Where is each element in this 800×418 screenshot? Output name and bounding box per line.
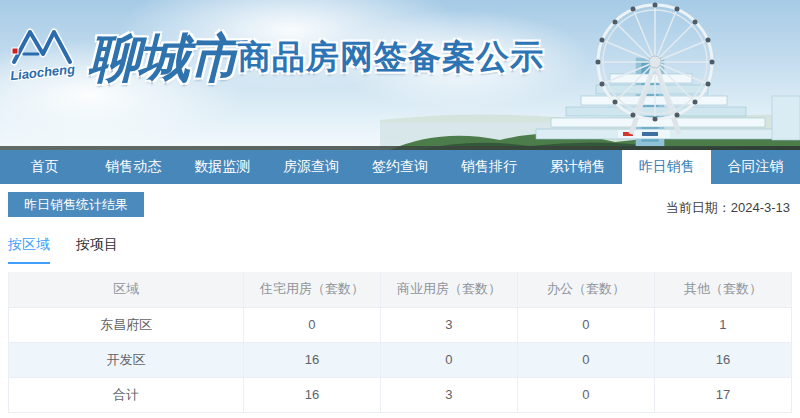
column-header: 办公（套数） [517,272,654,307]
nav-cumulative-sales[interactable]: 累计销售 [533,150,622,184]
main-navbar: 首页销售动态数据监测房源查询签约查询销售排行累计销售昨日销售合同注销 [0,150,800,184]
table-row: 东昌府区0301 [9,307,792,342]
value-cell: 0 [517,342,654,377]
value-cell: 0 [517,307,654,342]
value-cell: 16 [243,342,380,377]
column-header: 住宅用房（套数） [243,272,380,307]
column-header: 商业用房（套数） [380,272,517,307]
value-cell: 1 [654,307,791,342]
column-header: 区域 [9,272,244,307]
value-cell: 3 [380,307,517,342]
nav-sales-ranking[interactable]: 销售排行 [444,150,533,184]
city-name-calligraphy: 聊城市 [88,29,238,87]
page-title: 商品房网签备案公示 [238,38,544,75]
value-cell: 3 [380,377,517,412]
nav-contract-search[interactable]: 签约查询 [356,150,445,184]
nav-listing-search[interactable]: 房源查询 [267,150,356,184]
region-cell: 合计 [9,377,244,412]
site-logo: Liaocheng [10,24,90,79]
nav-home[interactable]: 首页 [0,150,89,184]
site-title-group: 聊城市商品房网签备案公示 [88,24,544,94]
section-header: 昨日销售统计结果 当前日期：2024-3-13 [0,184,800,220]
nav-sales-activity[interactable]: 销售动态 [89,150,178,184]
region-cell: 东昌府区 [9,307,244,342]
value-cell: 16 [654,342,791,377]
current-date: 当前日期：2024-3-13 [666,199,790,217]
tab-by-project[interactable]: 按项目 [76,236,118,264]
nav-contract-cancel[interactable]: 合同注销 [711,150,800,184]
region-cell: 开发区 [9,342,244,377]
tab-by-region[interactable]: 按区域 [8,236,50,264]
table-header-row: 区域住宅用房（套数）商业用房（套数）办公（套数）其他（套数） [9,272,792,307]
sales-statistics-table: 区域住宅用房（套数）商业用房（套数）办公（套数）其他（套数） 东昌府区0301开… [8,272,792,413]
table-row: 合计163017 [9,377,792,412]
value-cell: 17 [654,377,791,412]
nav-yesterday-sales[interactable]: 昨日销售 [622,150,711,184]
value-cell: 0 [517,377,654,412]
site-header: Liaocheng 聊城市商品房网签备案公示 [0,0,800,150]
table-row: 开发区160016 [9,342,792,377]
column-header: 其他（套数） [654,272,791,307]
value-cell: 16 [243,377,380,412]
nav-data-monitor[interactable]: 数据监测 [178,150,267,184]
section-title-badge: 昨日销售统计结果 [8,192,144,217]
view-tabs: 按区域按项目 [0,220,800,264]
value-cell: 0 [380,342,517,377]
value-cell: 0 [243,307,380,342]
mountain-logo-icon [10,24,74,66]
